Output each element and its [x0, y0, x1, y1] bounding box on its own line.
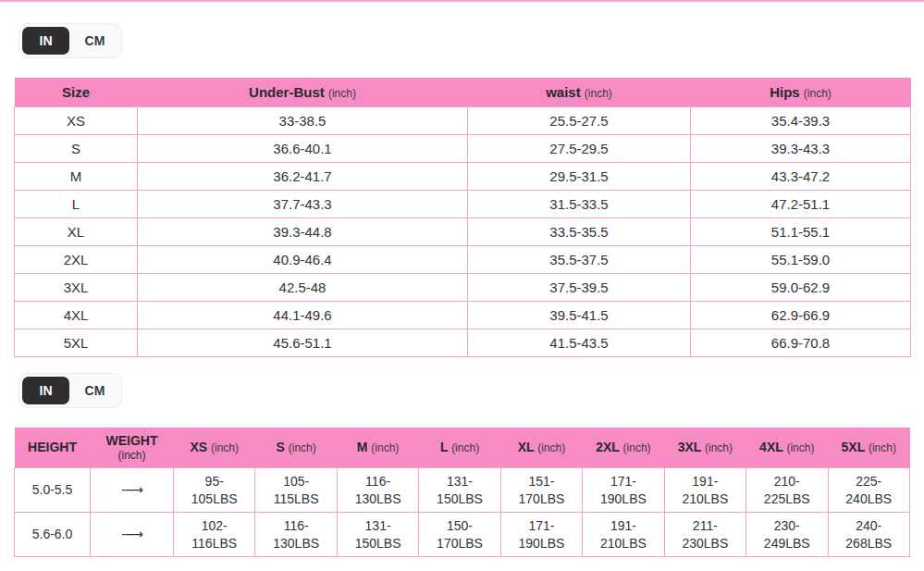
unit-toggle-top: IN CM [18, 23, 122, 58]
hips-cell: 55.1-59.0 [691, 245, 911, 273]
hips-cell: 35.4-39.3 [691, 106, 911, 134]
table-row: 4XL 44.1-49.6 39.5-41.5 62.9-66.9 [15, 301, 911, 329]
weight-cell: 171- 190LBS [583, 468, 664, 513]
2xl-column-header: 2XL (inch) [583, 428, 664, 468]
hips-cell: 62.9-66.9 [691, 301, 911, 329]
under-bust-column-header: Under-Bust (inch) [138, 78, 468, 106]
table-row: XL 39.3-44.8 33.5-35.5 51.1-55.1 [15, 217, 911, 245]
weight-chart-table: HEIGHT WEIGHT(inch) XS (inch) S (inch) M… [14, 428, 910, 558]
weight-cell: 131- 150LBS [419, 468, 500, 513]
waist-cell: 27.5-29.5 [468, 134, 691, 162]
size-cell: L [15, 190, 138, 217]
waist-column-header: waist (inch) [468, 78, 691, 106]
waist-cell: 33.5-35.5 [468, 217, 691, 245]
size-chart-table: Size Under-Bust (inch) waist (inch) Hips… [14, 78, 911, 357]
under-bust-cell: 36.6-40.1 [138, 134, 468, 162]
waist-cell: 29.5-31.5 [468, 162, 691, 190]
under-bust-cell: 33-38.5 [138, 106, 468, 134]
table-row: M 36.2-41.7 29.5-31.5 43.3-47.2 [15, 162, 911, 190]
unit-toggle-top-cm-button[interactable]: CM [71, 27, 118, 55]
hips-column-header: Hips (inch) [691, 78, 911, 106]
table-row: 5.6-6.0 -⟶ 102- 116LBS 116- 130LBS 131- … [15, 513, 910, 557]
weight-cell: 150- 170LBS [419, 513, 500, 557]
hips-cell: 59.0-62.9 [691, 273, 911, 301]
table-row: XS 33-38.5 25.5-27.5 35.4-39.3 [15, 106, 911, 134]
height-column-header: HEIGHT [15, 428, 91, 468]
table-row: 5XL 45.6-51.1 41.5-43.5 66.9-70.8 [15, 329, 911, 356]
size-column-header: Size [15, 78, 138, 106]
size-cell: XL [15, 217, 138, 245]
weight-cell: 151- 170LBS [500, 468, 582, 513]
waist-cell: 25.5-27.5 [468, 106, 691, 134]
under-bust-cell: 36.2-41.7 [138, 162, 468, 190]
weight-cell: 225- 240LBS [828, 468, 910, 513]
hips-cell: 51.1-55.1 [691, 217, 911, 245]
l-column-header: L (inch) [419, 428, 500, 468]
hips-cell: 47.2-51.1 [691, 190, 911, 217]
xl-column-header: XL (inch) [500, 428, 582, 468]
weight-cell: 171- 190LBS [500, 513, 582, 557]
size-cell: S [15, 134, 138, 162]
size-cell: 3XL [15, 273, 138, 301]
unit-toggle-top-in-button[interactable]: IN [22, 27, 69, 55]
xs-column-header: XS (inch) [174, 428, 255, 468]
table-row: 5.0-5.5 -⟶ 95- 105LBS 105- 115LBS 116- 1… [15, 468, 910, 513]
size-table-header-row: Size Under-Bust (inch) waist (inch) Hips… [15, 78, 911, 106]
weight-cell: 116- 130LBS [255, 513, 337, 557]
table-row: 2XL 40.9-46.4 35.5-37.5 55.1-59.0 [15, 245, 911, 273]
m-column-header: M (inch) [337, 428, 418, 468]
table-row: L 37.7-43.3 31.5-33.5 47.2-51.1 [15, 190, 911, 217]
weight-cell: 131- 150LBS [337, 513, 418, 557]
unit-toggle-bottom: IN CM [18, 373, 122, 408]
under-bust-cell: 37.7-43.3 [138, 190, 468, 217]
weight-cell: 116- 130LBS [337, 468, 418, 513]
under-bust-cell: 39.3-44.8 [138, 217, 468, 245]
hips-cell: 66.9-70.8 [691, 329, 911, 356]
under-bust-cell: 45.6-51.1 [138, 329, 468, 356]
weight-cell: 191- 210LBS [664, 468, 745, 513]
unit-toggle-bottom-in-button[interactable]: IN [22, 377, 69, 404]
weight-table-header-row: HEIGHT WEIGHT(inch) XS (inch) S (inch) M… [15, 428, 910, 468]
waist-cell: 37.5-39.5 [468, 273, 691, 301]
weight-cell: 105- 115LBS [255, 468, 337, 513]
s-column-header: S (inch) [255, 428, 337, 468]
under-bust-cell: 44.1-49.6 [138, 301, 468, 329]
top-accent-line [0, 0, 924, 2]
waist-cell: 35.5-37.5 [468, 245, 691, 273]
hips-cell: 39.3-43.3 [691, 134, 911, 162]
size-cell: 2XL [15, 245, 138, 273]
4xl-column-header: 4XL (inch) [746, 428, 828, 468]
height-cell: 5.6-6.0 [15, 513, 91, 557]
unit-toggle-bottom-cm-button[interactable]: CM [71, 377, 118, 404]
table-row: 3XL 42.5-48 37.5-39.5 59.0-62.9 [15, 273, 911, 301]
waist-cell: 41.5-43.5 [468, 329, 691, 356]
hips-cell: 43.3-47.2 [691, 162, 911, 190]
size-cell: 5XL [15, 329, 138, 356]
weight-cell: 240- 268LBS [828, 513, 910, 557]
weight-cell: 230- 249LBS [746, 513, 828, 557]
size-cell: 4XL [15, 301, 138, 329]
3xl-column-header: 3XL (inch) [664, 428, 745, 468]
height-cell: 5.0-5.5 [15, 468, 91, 513]
under-bust-cell: 42.5-48 [138, 273, 468, 301]
weight-column-header: WEIGHT(inch) [91, 428, 174, 468]
waist-cell: 31.5-33.5 [468, 190, 691, 217]
weight-arrow-cell: -⟶ [91, 513, 174, 557]
size-cell: XS [15, 106, 138, 134]
under-bust-cell: 40.9-46.4 [138, 245, 468, 273]
table-row: S 36.6-40.1 27.5-29.5 39.3-43.3 [15, 134, 911, 162]
weight-cell: 102- 116LBS [174, 513, 255, 557]
waist-cell: 39.5-41.5 [468, 301, 691, 329]
weight-cell: 191- 210LBS [583, 513, 664, 557]
size-cell: M [15, 162, 138, 190]
weight-cell: 95- 105LBS [174, 468, 255, 513]
weight-cell: 211- 230LBS [664, 513, 745, 557]
weight-cell: 210- 225LBS [746, 468, 828, 513]
5xl-column-header: 5XL (inch) [828, 428, 910, 468]
weight-arrow-cell: -⟶ [91, 468, 174, 513]
